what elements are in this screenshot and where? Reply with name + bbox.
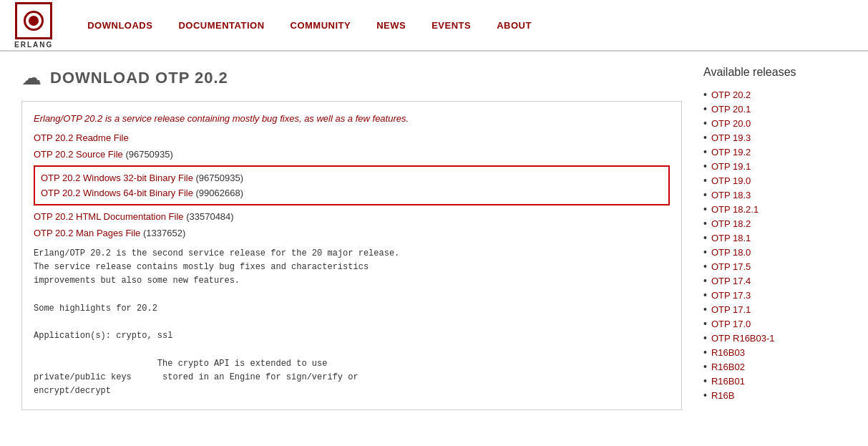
release-link[interactable]: OTP 18.1 <box>711 233 751 243</box>
release-link[interactable]: OTP 17.5 <box>711 261 751 272</box>
page-title-area: ☁ DOWNLOAD OTP 20.2 <box>21 66 682 89</box>
release-list-item: R16B01 <box>703 375 847 387</box>
logo-text: ERLANG <box>14 41 53 49</box>
logo-inner-circle <box>29 16 39 26</box>
release-link[interactable]: OTP 19.3 <box>711 132 751 143</box>
header: ERLANG DOWNLOADS DOCUMENTATION COMMUNITY… <box>0 0 868 52</box>
release-link[interactable]: OTP 19.1 <box>711 161 751 172</box>
release-list-item: OTP 17.4 <box>703 275 847 286</box>
release-link[interactable]: OTP 18.2.1 <box>711 204 759 215</box>
release-list-item: R16B02 <box>703 361 847 372</box>
release-list-item: OTP R16B03-1 <box>703 332 847 344</box>
release-list-item: R16B <box>703 389 847 401</box>
link-man[interactable]: OTP 20.2 Man Pages File (1337652) <box>34 228 670 238</box>
erlang-logo[interactable]: ERLANG <box>14 2 53 49</box>
content-area: ☁ DOWNLOAD OTP 20.2 Erlang/OTP 20.2 is a… <box>21 66 682 410</box>
logo-inner <box>24 11 44 31</box>
description-text: Erlang/OTP 20.2 is the second service re… <box>34 247 670 398</box>
release-list-item: OTP 17.5 <box>703 261 847 272</box>
release-link[interactable]: OTP 19.0 <box>711 175 751 186</box>
main-nav: DOWNLOADS DOCUMENTATION COMMUNITY NEWS E… <box>74 0 545 51</box>
release-link[interactable]: OTP 17.3 <box>711 290 751 301</box>
release-link[interactable]: OTP 18.2 <box>711 218 751 229</box>
release-link[interactable]: OTP 20.1 <box>711 104 751 115</box>
intro-text: Erlang/OTP 20.2 is a service release con… <box>34 113 670 124</box>
release-list-item: OTP 18.1 <box>703 232 847 243</box>
release-list-item: OTP 20.2 <box>703 89 847 100</box>
link-source[interactable]: OTP 20.2 Source File (96750935) <box>34 149 670 160</box>
link-win64[interactable]: OTP 20.2 Windows 64-bit Binary File (990… <box>41 188 663 198</box>
cloud-icon: ☁ <box>21 66 42 89</box>
release-list-item: OTP 17.1 <box>703 304 847 315</box>
release-link[interactable]: R16B <box>711 390 735 401</box>
release-link[interactable]: OTP 20.2 <box>711 89 751 100</box>
release-link[interactable]: R16B02 <box>711 362 745 372</box>
content-box: Erlang/OTP 20.2 is a service release con… <box>21 101 682 410</box>
nav-downloads[interactable]: DOWNLOADS <box>74 0 165 51</box>
logo-box <box>15 2 52 39</box>
man-size: (1337652) <box>143 228 185 238</box>
release-list-item: OTP 19.3 <box>703 132 847 143</box>
release-link[interactable]: OTP 20.0 <box>711 118 751 129</box>
nav-documentation[interactable]: DOCUMENTATION <box>165 0 277 51</box>
release-list-item: OTP 17.3 <box>703 289 847 301</box>
release-list-item: OTP 18.0 <box>703 246 847 258</box>
link-readme[interactable]: OTP 20.2 Readme File <box>34 132 670 143</box>
release-list-item: OTP 18.3 <box>703 189 847 200</box>
release-list-item: OTP 17.0 <box>703 318 847 329</box>
win32-size: (96750935) <box>196 173 244 183</box>
nav-community[interactable]: COMMUNITY <box>278 0 364 51</box>
release-link[interactable]: OTP R16B03-1 <box>711 333 775 344</box>
release-link[interactable]: OTP 17.0 <box>711 319 751 329</box>
releases-list: OTP 20.2OTP 20.1OTP 20.0OTP 19.3OTP 19.2… <box>703 89 847 401</box>
release-link[interactable]: R16B03 <box>711 347 745 358</box>
release-link[interactable]: OTP 17.4 <box>711 276 751 286</box>
release-list-item: R16B03 <box>703 346 847 358</box>
release-list-item: OTP 19.1 <box>703 160 847 172</box>
link-html-doc[interactable]: OTP 20.2 HTML Documentation File (335704… <box>34 211 670 222</box>
nav-about[interactable]: ABOUT <box>484 0 545 51</box>
sidebar-title: Available releases <box>703 66 847 79</box>
release-link[interactable]: OTP 19.2 <box>711 147 751 157</box>
windows-binaries-box: OTP 20.2 Windows 32-bit Binary File (967… <box>34 165 670 205</box>
nav-events[interactable]: EVENTS <box>419 0 484 51</box>
release-link[interactable]: OTP 18.0 <box>711 247 751 258</box>
source-size: (96750935) <box>125 149 173 160</box>
release-list-item: OTP 20.1 <box>703 103 847 115</box>
sidebar: Available releases OTP 20.2OTP 20.1OTP 2… <box>703 66 847 410</box>
release-link[interactable]: OTP 18.3 <box>711 190 751 200</box>
link-win32[interactable]: OTP 20.2 Windows 32-bit Binary File (967… <box>41 173 663 183</box>
main-content: ☁ DOWNLOAD OTP 20.2 Erlang/OTP 20.2 is a… <box>0 52 868 425</box>
page-title: DOWNLOAD OTP 20.2 <box>50 69 228 87</box>
release-list-item: OTP 20.0 <box>703 117 847 129</box>
release-list-item: OTP 19.2 <box>703 146 847 157</box>
release-link[interactable]: OTP 17.1 <box>711 304 751 315</box>
nav-news[interactable]: NEWS <box>364 0 419 51</box>
release-list-item: OTP 19.0 <box>703 175 847 186</box>
win64-size: (99062668) <box>196 188 244 198</box>
release-list-item: OTP 18.2.1 <box>703 203 847 215</box>
release-list-item: OTP 18.2 <box>703 218 847 229</box>
release-link[interactable]: R16B01 <box>711 376 745 387</box>
html-doc-size: (33570484) <box>186 211 234 222</box>
